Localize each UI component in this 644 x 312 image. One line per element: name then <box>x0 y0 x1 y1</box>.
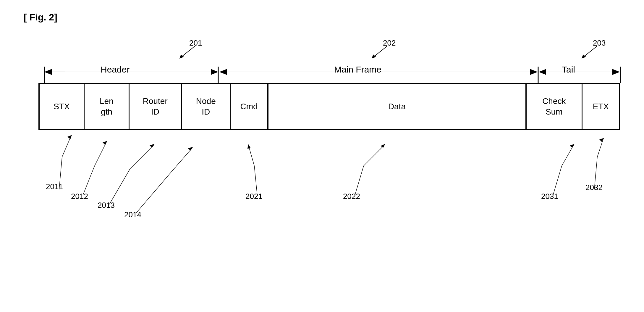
cell-router-id: Router ID <box>130 84 182 129</box>
svg-marker-1 <box>44 69 52 75</box>
svg-marker-17 <box>179 54 184 59</box>
svg-line-16 <box>180 46 195 58</box>
svg-line-44 <box>597 139 603 157</box>
ref-2032: 2032 <box>585 183 603 192</box>
svg-line-31 <box>136 172 171 213</box>
tail-bracket-label: Tail <box>562 65 575 75</box>
svg-marker-21 <box>582 54 586 59</box>
svg-marker-24 <box>67 135 72 139</box>
cell-length: Len gth <box>85 84 130 129</box>
svg-marker-3 <box>211 69 218 75</box>
svg-marker-27 <box>103 141 107 145</box>
ref-2014: 2014 <box>124 210 141 219</box>
cell-data: Data <box>268 84 527 129</box>
svg-line-35 <box>248 145 254 166</box>
svg-marker-30 <box>150 144 155 148</box>
svg-line-37 <box>355 166 364 195</box>
svg-line-29 <box>130 145 154 169</box>
svg-line-23 <box>62 136 71 157</box>
svg-line-26 <box>95 142 106 166</box>
cell-checksum: Check Sum <box>527 84 582 129</box>
svg-line-41 <box>562 145 574 166</box>
diagram-overlay <box>0 0 644 312</box>
cell-etx: ETX <box>582 84 619 129</box>
svg-marker-11 <box>612 69 620 75</box>
svg-line-25 <box>83 166 95 195</box>
ref-203: 203 <box>593 38 606 48</box>
cell-cmd: Cmd <box>231 84 268 129</box>
ref-2022: 2022 <box>343 192 360 201</box>
svg-marker-33 <box>188 147 193 151</box>
svg-line-18 <box>373 46 387 58</box>
svg-line-40 <box>553 166 562 195</box>
svg-line-34 <box>254 166 257 195</box>
svg-marker-7 <box>530 69 538 75</box>
svg-marker-42 <box>570 144 575 148</box>
cell-stx: STX <box>40 84 85 129</box>
ref-2013: 2013 <box>98 201 115 210</box>
svg-line-28 <box>109 169 130 204</box>
cell-node-id: Node ID <box>182 84 231 129</box>
header-bracket-label: Header <box>101 65 130 75</box>
figure-label: [ Fig. 2] <box>24 12 57 23</box>
svg-line-32 <box>171 148 192 172</box>
ref-2011: 2011 <box>46 182 63 191</box>
svg-marker-36 <box>247 144 250 149</box>
svg-marker-10 <box>539 69 546 75</box>
ref-201: 201 <box>189 38 202 48</box>
ref-2031: 2031 <box>541 192 558 201</box>
ref-202: 202 <box>383 38 396 48</box>
svg-marker-6 <box>219 69 227 75</box>
svg-marker-39 <box>381 144 385 148</box>
svg-marker-45 <box>599 138 604 142</box>
main-frame-bracket-label: Main Frame <box>334 65 381 75</box>
svg-line-38 <box>364 145 384 166</box>
protocol-frame: STX Len gth Router ID Node ID Cmd Data C… <box>38 83 620 130</box>
svg-line-20 <box>582 46 597 58</box>
svg-marker-19 <box>372 54 376 59</box>
ref-2021: 2021 <box>245 192 263 201</box>
ref-2012: 2012 <box>71 192 88 201</box>
